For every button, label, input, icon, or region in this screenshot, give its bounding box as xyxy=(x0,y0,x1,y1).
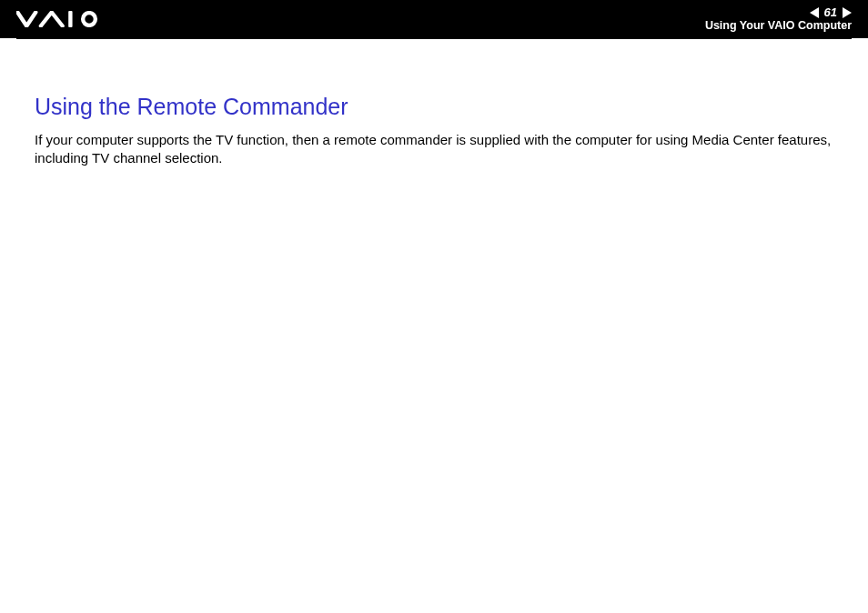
header-bar: 61 Using Your VAIO Computer xyxy=(0,0,868,38)
body-paragraph: If your computer supports the TV functio… xyxy=(35,131,833,168)
vaio-logo xyxy=(16,11,107,27)
breadcrumb: Using Your VAIO Computer xyxy=(705,20,852,32)
page-title: Using the Remote Commander xyxy=(35,94,833,120)
page-number: 61 xyxy=(823,6,839,18)
page-nav: 61 xyxy=(810,6,852,18)
next-page-arrow-icon[interactable] xyxy=(843,7,852,18)
prev-page-arrow-icon[interactable] xyxy=(810,7,819,18)
page-content: Using the Remote Commander If your compu… xyxy=(0,39,868,168)
header-right: 61 Using Your VAIO Computer xyxy=(705,6,852,32)
svg-point-1 xyxy=(83,13,96,25)
